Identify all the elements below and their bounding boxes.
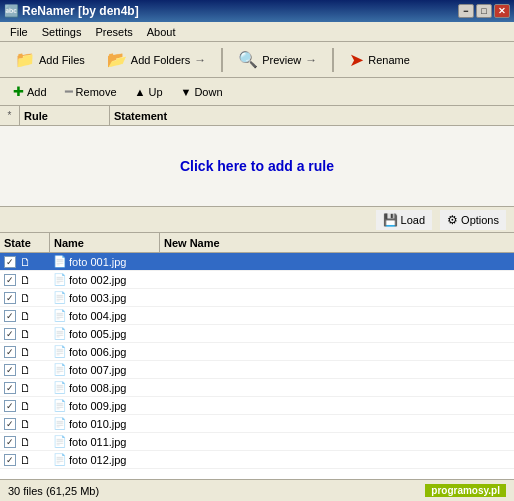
table-row[interactable]: 🗋📄foto 012.jpg	[0, 451, 514, 469]
file-name: foto 005.jpg	[69, 328, 127, 340]
file-checkbox[interactable]	[4, 436, 16, 448]
add-files-button[interactable]: 📁 Add Files	[6, 46, 94, 74]
file-name-cell: 📄foto 010.jpg	[50, 417, 160, 431]
table-row[interactable]: 🗋📄foto 009.jpg	[0, 397, 514, 415]
table-row[interactable]: 🗋📄foto 011.jpg	[0, 433, 514, 451]
menu-about[interactable]: About	[141, 24, 182, 40]
options-label: Options	[461, 214, 499, 226]
rename-label: Rename	[368, 54, 410, 66]
table-row[interactable]: 🗋📄foto 010.jpg	[0, 415, 514, 433]
table-row[interactable]: 🗋📄foto 007.jpg	[0, 361, 514, 379]
titlebar-left: 🔤 ReNamer [by den4b]	[4, 4, 139, 18]
remove-label: Remove	[76, 86, 117, 98]
file-name-cell: 📄foto 002.jpg	[50, 273, 160, 287]
menu-settings[interactable]: Settings	[36, 24, 88, 40]
file-name-cell: 📄foto 009.jpg	[50, 399, 160, 413]
file-icon: 📄	[54, 327, 66, 341]
file-icon: 📄	[54, 399, 66, 413]
preview-arrow: →	[305, 53, 317, 67]
file-name-cell: 📄foto 011.jpg	[50, 435, 160, 449]
rules-panel: * Rule Statement Click here to add a rul…	[0, 106, 514, 207]
file-list-header: State Name New Name	[0, 233, 514, 253]
col-header-state: State	[0, 233, 50, 252]
load-button[interactable]: 💾 Load	[376, 210, 432, 230]
file-name: foto 003.jpg	[69, 292, 127, 304]
up-label: Up	[148, 86, 162, 98]
minimize-button[interactable]: −	[458, 4, 474, 18]
file-icon: 📄	[54, 435, 66, 449]
file-checkbox[interactable]	[4, 400, 16, 412]
file-icon: 📄	[54, 309, 66, 323]
up-button[interactable]: ▲ Up	[128, 83, 170, 101]
table-row[interactable]: 🗋📄foto 005.jpg	[0, 325, 514, 343]
down-button[interactable]: ▼ Down	[174, 83, 230, 101]
file-icon: 📄	[54, 273, 66, 287]
toolbar-separator-1	[221, 48, 223, 72]
file-state-cell: 🗋	[0, 310, 50, 322]
table-row[interactable]: 🗋📄foto 008.jpg	[0, 379, 514, 397]
file-checkbox[interactable]	[4, 382, 16, 394]
add-label: Add	[27, 86, 47, 98]
file-name: foto 010.jpg	[69, 418, 127, 430]
file-name-cell: 📄foto 006.jpg	[50, 345, 160, 359]
file-list-container: State Name New Name 🗋📄foto 001.jpg🗋📄foto…	[0, 233, 514, 479]
file-name: foto 002.jpg	[69, 274, 127, 286]
file-checkbox[interactable]	[4, 310, 16, 322]
rename-button[interactable]: ➤ Rename	[340, 46, 419, 74]
add-rule-button[interactable]: ✚ Add	[6, 81, 54, 102]
table-row[interactable]: 🗋📄foto 002.jpg	[0, 271, 514, 289]
menu-presets[interactable]: Presets	[89, 24, 138, 40]
file-icon: 📄	[54, 291, 66, 305]
file-type-icon: 🗋	[20, 328, 31, 340]
file-checkbox[interactable]	[4, 454, 16, 466]
maximize-button[interactable]: □	[476, 4, 492, 18]
add-folders-icon: 📂	[107, 50, 127, 69]
file-type-icon: 🗋	[20, 454, 31, 466]
file-name-cell: 📄foto 004.jpg	[50, 309, 160, 323]
table-row[interactable]: 🗋📄foto 004.jpg	[0, 307, 514, 325]
file-state-cell: 🗋	[0, 436, 50, 448]
titlebar-buttons: − □ ✕	[458, 4, 510, 18]
options-button[interactable]: ⚙ Options	[440, 210, 506, 230]
file-list-body[interactable]: 🗋📄foto 001.jpg🗋📄foto 002.jpg🗋📄foto 003.j…	[0, 253, 514, 479]
file-icon: 📄	[54, 453, 66, 467]
preview-button[interactable]: 🔍 Preview →	[229, 46, 326, 74]
file-state-cell: 🗋	[0, 292, 50, 304]
add-icon: ✚	[13, 84, 24, 99]
add-folders-label: Add Folders	[131, 54, 190, 66]
table-row[interactable]: 🗋📄foto 001.jpg	[0, 253, 514, 271]
file-checkbox[interactable]	[4, 364, 16, 376]
menu-file[interactable]: File	[4, 24, 34, 40]
file-state-cell: 🗋	[0, 274, 50, 286]
file-type-icon: 🗋	[20, 346, 31, 358]
file-type-icon: 🗋	[20, 292, 31, 304]
table-row[interactable]: 🗋📄foto 003.jpg	[0, 289, 514, 307]
file-icon: 📄	[54, 363, 66, 377]
add-files-label: Add Files	[39, 54, 85, 66]
rules-content[interactable]: Click here to add a rule	[0, 126, 514, 206]
file-checkbox[interactable]	[4, 346, 16, 358]
file-state-cell: 🗋	[0, 328, 50, 340]
add-folders-button[interactable]: 📂 Add Folders →	[98, 46, 215, 74]
file-state-cell: 🗋	[0, 418, 50, 430]
file-name: foto 012.jpg	[69, 454, 127, 466]
file-type-icon: 🗋	[20, 436, 31, 448]
options-icon: ⚙	[447, 213, 458, 227]
file-name-cell: 📄foto 012.jpg	[50, 453, 160, 467]
file-checkbox[interactable]	[4, 418, 16, 430]
table-row[interactable]: 🗋📄foto 006.jpg	[0, 343, 514, 361]
rules-col-statement: Statement	[110, 106, 514, 125]
preview-icon: 🔍	[238, 50, 258, 69]
file-name: foto 006.jpg	[69, 346, 127, 358]
file-state-cell: 🗋	[0, 382, 50, 394]
add-rule-text[interactable]: Click here to add a rule	[180, 158, 334, 174]
toolbar-separator-2	[332, 48, 334, 72]
file-checkbox[interactable]	[4, 328, 16, 340]
close-button[interactable]: ✕	[494, 4, 510, 18]
remove-rule-button[interactable]: ━ Remove	[58, 81, 124, 102]
file-checkbox[interactable]	[4, 292, 16, 304]
bottom-bar: 💾 Load ⚙ Options	[0, 207, 514, 233]
file-checkbox[interactable]	[4, 256, 16, 268]
file-checkbox[interactable]	[4, 274, 16, 286]
rules-col-rule: Rule	[20, 106, 110, 125]
